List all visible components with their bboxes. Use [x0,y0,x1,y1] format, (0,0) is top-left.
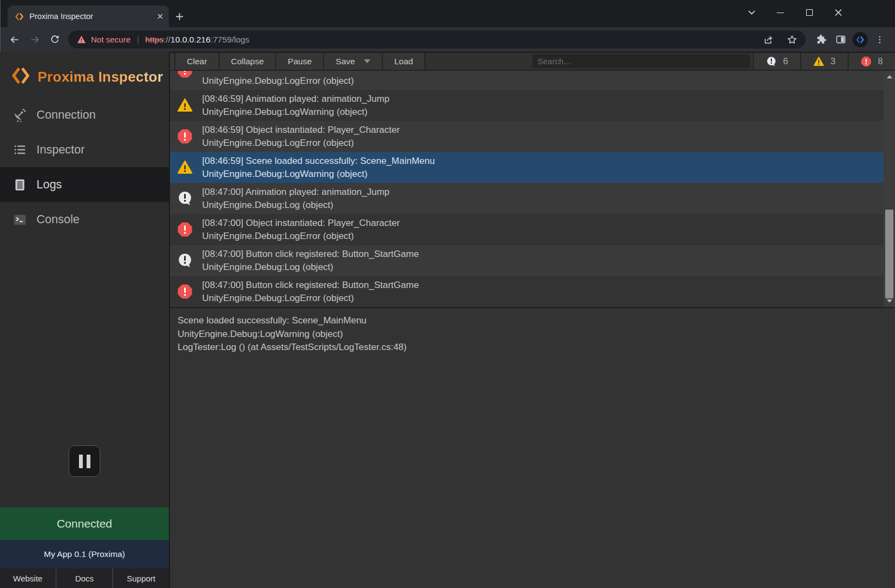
log-message: [08:46:59] Scene loaded successfully: Sc… [202,155,435,168]
address-bar[interactable]: Not secure https://10.0.0.216:7759/logs [68,30,806,48]
sidebar-footer: Website Docs Support [0,568,169,588]
warning-icon [177,160,193,175]
list-icon [12,142,27,157]
sidebar-item-label: Inspector [36,143,84,157]
maximize-icon[interactable] [795,0,824,25]
log-row[interactable]: [08:47:00] Button click registered: Butt… [170,276,895,307]
pause-button[interactable]: Pause [276,53,324,70]
log-stacktrace: UnityEngine.Debug:LogError (object) [202,292,419,305]
error-count-badge[interactable]: 8 [848,53,895,70]
info-count-badge[interactable]: 6 [753,53,800,70]
info-icon [177,191,193,206]
log-message: [08:46:59] Object instantiated: Player_C… [202,124,400,137]
profile-avatar[interactable] [850,29,870,50]
brand: Proxima Inspector [0,52,169,97]
not-secure-label: Not secure [91,35,131,44]
log-detail-pane: Scene loaded successfully: Scene_MainMen… [170,308,895,588]
pause-stream-button[interactable] [69,445,100,477]
detail-line: UnityEngine.Debug:LogWarning (object) [178,328,887,341]
log-row[interactable]: UnityEngine.Debug:LogError (object) [170,71,895,90]
extensions-puzzle-icon[interactable] [811,29,831,50]
footer-link-website[interactable]: Website [0,568,56,588]
browser-window: Proxima Inspector [0,0,895,588]
footer-link-support[interactable]: Support [112,568,169,588]
error-count: 8 [878,56,882,66]
tab-search-icon[interactable] [737,0,766,25]
log-row[interactable]: [08:46:59] Scene loaded successfully: Sc… [170,152,895,183]
browser-titlebar: Proxima Inspector [0,0,895,27]
log-stacktrace: UnityEngine.Debug:LogWarning (object) [202,106,389,119]
clear-button[interactable]: Clear [175,53,220,70]
tab-title: Proxima Inspector [29,12,151,21]
side-panel-icon[interactable] [831,29,850,50]
log-message: [08:47:00] Animation played: animation_J… [202,186,389,199]
search-input[interactable] [532,54,750,68]
error-icon [861,56,872,67]
error-icon [177,284,193,299]
warning-icon [813,56,824,67]
reload-icon[interactable] [45,29,65,50]
log-row[interactable]: [08:46:59] Animation played: animation_J… [170,90,895,121]
minimize-icon[interactable] [766,0,795,25]
log-stacktrace: UnityEngine.Debug:Log (object) [202,199,389,212]
browser-menu-kebab-icon[interactable] [870,29,890,50]
save-label: Save [336,57,355,66]
not-secure-warning-icon [77,35,86,44]
sidebar-item-logs[interactable]: Logs [0,167,169,202]
warning-count: 3 [830,56,835,66]
save-button[interactable]: Save [324,53,382,70]
toolbar-pad [170,53,175,70]
log-row[interactable]: [08:47:00] Button click registered: Butt… [170,245,895,276]
window-edge-highlight [0,0,1,52]
brand-title: Proxima Inspector [38,69,163,85]
scroll-down-icon[interactable] [887,299,892,303]
scrollbar[interactable] [884,71,895,307]
log-stacktrace: UnityEngine.Debug:LogError (object) [202,230,400,243]
share-icon[interactable] [759,32,778,48]
sidebar-item-label: Console [36,213,80,226]
log-stacktrace: UnityEngine.Debug:LogError (object) [202,75,354,88]
new-tab-button[interactable] [170,7,188,26]
sidebar-item-label: Logs [36,178,62,192]
log-row[interactable]: [08:46:59] Object instantiated: Player_C… [170,121,895,152]
browser-navbar: Not secure https://10.0.0.216:7759/logs [0,27,895,52]
connection-status-bar: Connected [0,507,169,540]
logs-toolbar: Clear Collapse Pause Save Load [170,52,895,71]
omnibox-divider [138,35,138,44]
error-icon [177,128,193,144]
sidebar: Proxima Inspector Connection [0,52,169,588]
log-stacktrace: UnityEngine.Debug:LogError (object) [202,137,400,150]
log-row[interactable]: [08:47:00] Object instantiated: Player_C… [170,214,895,245]
footer-link-docs[interactable]: Docs [56,568,112,588]
error-icon [177,71,193,78]
sidebar-item-console[interactable]: Console [0,202,169,237]
log-message: [08:47:00] Button click registered: Butt… [202,279,419,292]
back-icon[interactable] [4,29,25,50]
log-stacktrace: UnityEngine.Debug:LogWarning (object) [202,168,435,181]
log-stacktrace: UnityEngine.Debug:Log (object) [202,261,419,274]
terminal-icon [12,212,27,227]
forward-icon[interactable] [25,29,45,50]
collapse-button[interactable]: Collapse [220,53,276,70]
toolbar-spacer [425,53,753,70]
app-info-label: My App 0.1 (Proxima) [44,549,125,559]
error-icon [177,222,193,237]
log-row[interactable]: [08:47:00] Animation played: animation_J… [170,183,895,214]
pause-icon [79,455,83,468]
sidebar-item-connection[interactable]: Connection [0,97,169,132]
log-message: [08:47:00] Object instantiated: Player_C… [202,217,400,230]
tab-close-icon[interactable] [157,13,163,20]
satellite-dish-icon [12,107,27,122]
document-icon [12,177,27,192]
detail-line: LogTester:Log () (at Assets/TestScripts/… [178,341,887,354]
close-icon[interactable] [824,0,853,25]
chevron-down-icon[interactable] [364,59,370,63]
warning-icon [177,97,193,113]
warning-count-badge[interactable]: 3 [800,53,848,70]
browser-tab[interactable]: Proxima Inspector [8,5,169,27]
scroll-up-icon[interactable] [887,75,892,78]
sidebar-item-inspector[interactable]: Inspector [0,132,169,167]
load-button[interactable]: Load [383,53,425,70]
bookmark-star-icon[interactable] [783,32,801,48]
scrollbar-thumb[interactable] [885,210,893,298]
